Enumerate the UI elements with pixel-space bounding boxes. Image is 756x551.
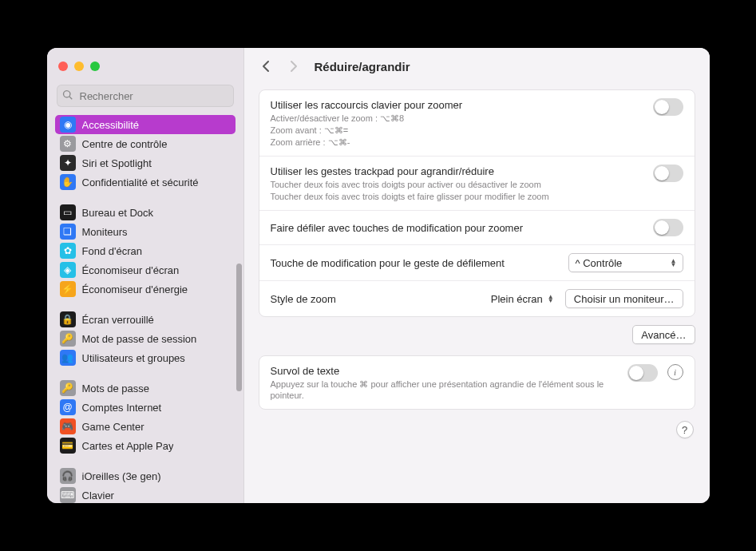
sidebar-scrollbar[interactable] (236, 264, 242, 391)
sidebar-item-icon: 💳 (60, 438, 76, 454)
chevron-updown-icon: ▲▼ (668, 259, 679, 267)
select-value: ^ Contrôle (576, 257, 623, 269)
sidebar-item-icon: ◈ (60, 262, 76, 278)
sidebar-item[interactable]: 🔑Mot de passe de session (55, 329, 236, 348)
sidebar-item[interactable]: ✋Confidentialité et sécurité (55, 172, 236, 192)
sidebar-item-icon: 🔑 (60, 380, 76, 396)
sidebar-item[interactable]: ✿Fond d'écran (55, 241, 236, 260)
row-sub: Toucher deux fois avec trois doigts pour… (271, 179, 643, 190)
main-header: Réduire/agrandir (244, 48, 710, 85)
switch-scroll-modifier[interactable] (653, 219, 683, 236)
sidebar-item[interactable]: 💳Cartes et Apple Pay (55, 436, 236, 455)
sidebar-item[interactable]: ▭Bureau et Dock (55, 203, 236, 222)
sidebar-item[interactable]: ⌨Clavier (55, 486, 236, 503)
sidebar-item[interactable]: ◉Accessibilité (55, 115, 236, 134)
sidebar-item[interactable]: ⚡Économiseur d'énergie (55, 279, 236, 299)
sidebar-item[interactable]: 🎮Game Center (55, 417, 236, 436)
sidebar-item[interactable]: ✦Siri et Spotlight (55, 153, 236, 172)
sidebar-item-label: Fond d'écran (82, 245, 142, 257)
sidebar-item[interactable]: ❏Moniteurs (55, 222, 236, 241)
row-title: Utiliser les gestes trackpad pour agrand… (271, 165, 643, 178)
row-modifier-key: Touche de modification pour le geste de … (259, 244, 695, 280)
row-title: Touche de modification pour le geste de … (271, 256, 559, 270)
help-button[interactable]: ? (676, 421, 694, 438)
content: Utiliser les raccourcis clavier pour zoo… (244, 85, 710, 503)
sidebar-item[interactable]: ◈Économiseur d'écran (55, 260, 236, 279)
card-hover-text: Survol de texte Appuyez sur la touche ⌘ … (259, 355, 695, 410)
sidebar-item[interactable]: 🔒Écran verrouillé (55, 310, 236, 329)
select-zoom-style[interactable]: Plein écran ▲▼ (491, 293, 556, 305)
sidebar-item-label: iOreilles (3e gen) (82, 470, 161, 482)
chevron-updown-icon: ▲▼ (546, 295, 556, 303)
advanced-button[interactable]: Avancé… (632, 325, 695, 344)
sidebar-item-label: Économiseur d'énergie (82, 283, 188, 295)
sidebar-item-label: Siri et Spotlight (82, 157, 152, 169)
sidebar-item-label: Mot de passe de session (82, 333, 197, 345)
sidebar-item-icon: ◉ (60, 117, 76, 133)
sidebar-item-label: Bureau et Dock (82, 207, 154, 219)
search-field[interactable] (57, 85, 234, 107)
row-keyboard-shortcuts: Utiliser les raccourcis clavier pour zoo… (259, 90, 695, 156)
sidebar-item-icon: 🎮 (60, 418, 76, 434)
switch-trackpad-gestures[interactable] (653, 165, 683, 182)
window-controls (47, 48, 243, 85)
row-title: Faire défiler avec touches de modificati… (271, 221, 643, 235)
sidebar-item-label: Accessibilité (82, 119, 140, 131)
sidebar: ◉Accessibilité⚙Centre de contrôle✦Siri e… (47, 48, 244, 503)
sidebar-item-label: Confidentialité et sécurité (82, 176, 199, 188)
sidebar-item-icon: ⚙ (60, 136, 76, 152)
row-sub: Zoom avant : ⌥⌘= (271, 125, 643, 136)
row-title: Survol de texte (271, 364, 618, 378)
sidebar-item-label: Moniteurs (82, 226, 128, 238)
nav-back-button[interactable] (260, 60, 273, 73)
select-modifier-key[interactable]: ^ Contrôle ▲▼ (568, 253, 683, 272)
sidebar-item-label: Mots de passe (82, 383, 150, 394)
page-title: Réduire/agrandir (315, 60, 410, 73)
sidebar-item-label: Économiseur d'écran (82, 264, 180, 276)
sidebar-item-label: Cartes et Apple Pay (82, 440, 174, 452)
sidebar-item-icon: 🔑 (60, 331, 76, 347)
switch-hover-text[interactable] (627, 364, 658, 382)
sidebar-item-label: Clavier (82, 490, 114, 501)
sidebar-item-icon: @ (60, 399, 76, 415)
info-icon[interactable]: i (667, 364, 683, 380)
row-sub: Activer/désactiver le zoom : ⌥⌘8 (271, 113, 643, 124)
sidebar-item-icon: 🔒 (60, 311, 76, 327)
row-hover-text: Survol de texte Appuyez sur la touche ⌘ … (259, 356, 695, 409)
sidebar-item-icon: ⚡ (60, 281, 76, 297)
sidebar-item-label: Game Center (82, 421, 144, 433)
search-input[interactable] (78, 89, 228, 103)
choose-monitor-button[interactable]: Choisir un moniteur… (565, 289, 683, 308)
sidebar-item-icon: ✿ (60, 243, 76, 259)
select-value: Plein écran (491, 293, 543, 305)
switch-keyboard-shortcuts[interactable] (653, 98, 683, 116)
card-zoom-basic: Utiliser les raccourcis clavier pour zoo… (259, 89, 695, 317)
sidebar-item[interactable]: 🎧iOreilles (3e gen) (55, 466, 236, 486)
sidebar-item[interactable]: 👥Utilisateurs et groupes (55, 348, 236, 367)
minimize-window-button[interactable] (74, 61, 84, 71)
sidebar-item[interactable]: 🔑Mots de passe (55, 379, 236, 398)
row-sub: Toucher deux fois avec trois doigts et f… (271, 191, 643, 202)
sidebar-item-icon: 🎧 (60, 468, 76, 484)
sidebar-item-label: Centre de contrôle (82, 138, 168, 150)
row-zoom-style: Style de zoom Plein écran ▲▼ Choisir un … (259, 280, 695, 316)
close-window-button[interactable] (58, 61, 68, 71)
sidebar-item[interactable]: ⚙Centre de contrôle (55, 134, 236, 153)
row-sub: Appuyez sur la touche ⌘ pour afficher un… (271, 379, 618, 401)
sidebar-item-icon: ▭ (60, 204, 76, 220)
row-title: Utiliser les raccourcis clavier pour zoo… (271, 98, 643, 112)
maximize-window-button[interactable] (90, 61, 100, 71)
sidebar-item-icon: ✦ (60, 155, 76, 171)
settings-window: ◉Accessibilité⚙Centre de contrôle✦Siri e… (47, 48, 710, 503)
sidebar-item-label: Écran verrouillé (82, 314, 154, 326)
sidebar-list: ◉Accessibilité⚙Centre de contrôle✦Siri e… (47, 113, 243, 503)
nav-forward-button[interactable] (287, 60, 300, 73)
main-pane: Réduire/agrandir Utiliser les raccourcis… (244, 48, 710, 503)
sidebar-item-label: Utilisateurs et groupes (82, 352, 185, 364)
sidebar-item-icon: ❏ (60, 224, 76, 240)
sidebar-item-label: Comptes Internet (82, 402, 162, 414)
search-icon (62, 89, 73, 103)
sidebar-item-icon: ✋ (60, 174, 76, 190)
row-trackpad-gestures: Utiliser les gestes trackpad pour agrand… (259, 156, 695, 210)
sidebar-item[interactable]: @Comptes Internet (55, 398, 236, 417)
